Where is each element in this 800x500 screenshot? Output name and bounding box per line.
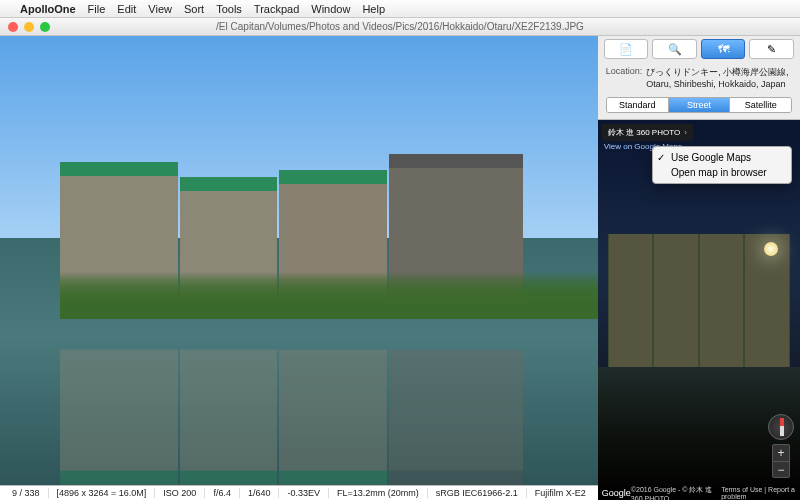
app-name-menu[interactable]: ApolloOne bbox=[20, 3, 76, 15]
menu-tools[interactable]: Tools bbox=[216, 3, 242, 15]
window-titlebar[interactable]: /El Capitan/Volumes/Photos and Videos/Pi… bbox=[0, 18, 800, 36]
maptype-satellite[interactable]: Satellite bbox=[729, 98, 791, 112]
location-value: びっくりドンキー, 小樽海岸公園線, Otaru, Shiribeshi, Ho… bbox=[646, 66, 792, 89]
streetview-controls: + − bbox=[768, 414, 794, 478]
status-index: 9 / 338 bbox=[4, 488, 49, 498]
compass-icon[interactable] bbox=[768, 414, 794, 440]
window-title-path: /El Capitan/Volumes/Photos and Videos/Pi… bbox=[0, 21, 800, 32]
app-window: /El Capitan/Volumes/Photos and Videos/Pi… bbox=[0, 18, 800, 500]
menu-view[interactable]: View bbox=[148, 3, 172, 15]
maptype-street[interactable]: Street bbox=[668, 98, 730, 112]
traffic-lights bbox=[0, 22, 50, 32]
tab-search-icon[interactable]: 🔍 bbox=[652, 39, 697, 59]
minimize-button[interactable] bbox=[24, 22, 34, 32]
streetview-author-badge[interactable]: 鈴木 進 360 PHOTO › bbox=[602, 124, 693, 141]
close-button[interactable] bbox=[8, 22, 18, 32]
streetlamp-icon bbox=[764, 242, 778, 256]
status-ev: -0.33EV bbox=[279, 488, 329, 498]
menu-window[interactable]: Window bbox=[311, 3, 350, 15]
map-type-segmented: Standard Street Satellite bbox=[606, 97, 792, 113]
maptype-standard[interactable]: Standard bbox=[607, 98, 668, 112]
menu-edit[interactable]: Edit bbox=[117, 3, 136, 15]
zoom-in-button[interactable]: + bbox=[773, 445, 789, 461]
map-context-menu: Use Google Maps Open map in browser bbox=[652, 146, 792, 184]
status-focal-length: FL=13.2mm (20mm) bbox=[329, 488, 428, 498]
inspector-header: 📄 🔍 🗺 ✎ Location: びっくりドンキー, 小樽海岸公園線, Ota… bbox=[598, 36, 800, 120]
menu-file[interactable]: File bbox=[88, 3, 106, 15]
google-logo: Google bbox=[602, 488, 631, 498]
streetview-author: 鈴木 進 360 PHOTO bbox=[608, 127, 680, 138]
main-photo[interactable] bbox=[0, 36, 598, 485]
location-label: Location: bbox=[606, 66, 643, 89]
tab-edit-icon[interactable]: ✎ bbox=[749, 39, 794, 59]
status-dimensions: [4896 x 3264 = 16.0M] bbox=[49, 488, 156, 498]
location-row: Location: びっくりドンキー, 小樽海岸公園線, Otaru, Shir… bbox=[598, 62, 800, 95]
zoom-button[interactable] bbox=[40, 22, 50, 32]
terms-link[interactable]: Terms of Use bbox=[721, 486, 762, 493]
status-camera: Fujifilm X-E2 bbox=[527, 488, 594, 498]
status-aperture: f/6.4 bbox=[205, 488, 240, 498]
tab-document-icon[interactable]: 📄 bbox=[604, 39, 649, 59]
status-iso: ISO 200 bbox=[155, 488, 205, 498]
menuitem-use-google-maps[interactable]: Use Google Maps bbox=[653, 150, 791, 165]
photo-pane: 9 / 338 [4896 x 3264 = 16.0M] ISO 200 f/… bbox=[0, 36, 598, 500]
menuitem-open-in-browser[interactable]: Open map in browser bbox=[653, 165, 791, 180]
menu-trackpad[interactable]: Trackpad bbox=[254, 3, 299, 15]
photo-statusbar: 9 / 338 [4896 x 3264 = 16.0M] ISO 200 f/… bbox=[0, 485, 598, 500]
status-shutter: 1/640 bbox=[240, 488, 280, 498]
tab-map-icon[interactable]: 🗺 bbox=[701, 39, 746, 59]
inspector-tabs: 📄 🔍 🗺 ✎ bbox=[598, 36, 800, 62]
streetview-zoom: + − bbox=[772, 444, 790, 478]
status-colorspace: sRGB IEC61966-2.1 bbox=[428, 488, 527, 498]
chevron-right-icon: › bbox=[684, 128, 687, 137]
window-content: 9 / 338 [4896 x 3264 = 16.0M] ISO 200 f/… bbox=[0, 36, 800, 500]
streetview-copyright: ©2016 Google - © 鈴木 進 360 PHOTO bbox=[631, 485, 721, 501]
streetview-footer: Google ©2016 Google - © 鈴木 進 360 PHOTO T… bbox=[598, 486, 800, 500]
mac-menubar: ApolloOne File Edit View Sort Tools Trac… bbox=[0, 0, 800, 18]
menu-sort[interactable]: Sort bbox=[184, 3, 204, 15]
inspector-panel: 📄 🔍 🗺 ✎ Location: びっくりドンキー, 小樽海岸公園線, Ota… bbox=[598, 36, 800, 500]
zoom-out-button[interactable]: − bbox=[773, 461, 789, 477]
menu-help[interactable]: Help bbox=[362, 3, 385, 15]
